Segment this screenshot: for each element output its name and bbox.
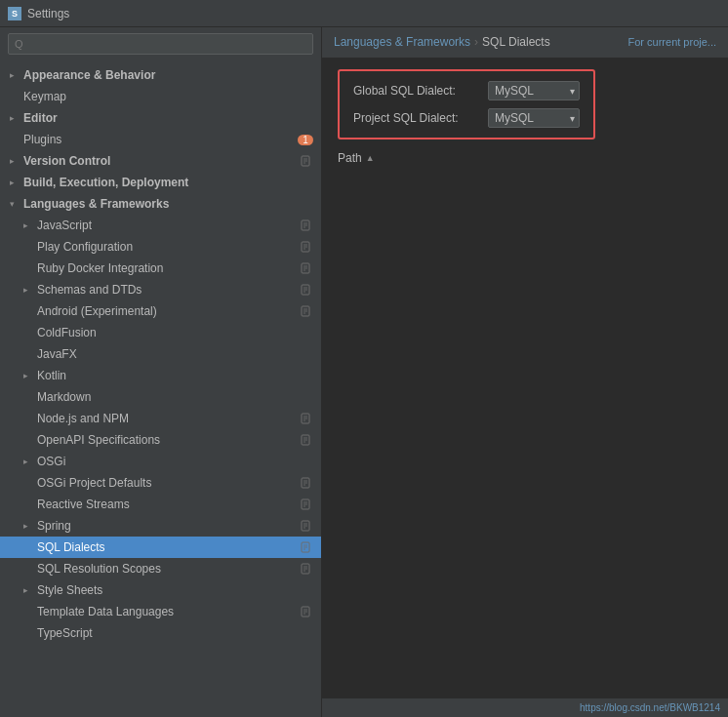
page-icon	[300, 240, 313, 254]
nav-item-label: Languages & Frameworks	[23, 197, 169, 211]
sidebar-item-android[interactable]: Android (Experimental)	[0, 300, 321, 322]
page-icon	[300, 304, 313, 318]
global-dialect-select[interactable]: MySQL PostgreSQL SQLite Oracle	[488, 81, 580, 100]
sidebar-item-nodejs-npm[interactable]: Node.js and NPM	[0, 408, 321, 429]
chevron-icon: ▸	[23, 371, 33, 380]
page-icon	[300, 498, 313, 511]
sidebar-item-sql-resolution[interactable]: SQL Resolution Scopes	[0, 558, 321, 579]
nav-item-label: ColdFusion	[37, 326, 97, 339]
sidebar-item-languages-frameworks[interactable]: ▾Languages & Frameworks	[0, 193, 321, 215]
page-icon	[300, 283, 313, 297]
breadcrumb-current: SQL Dialects	[482, 35, 550, 49]
project-dialect-label: Project SQL Dialect:	[353, 111, 480, 125]
nav-item-label: OSGi Project Defaults	[37, 476, 151, 490]
nav-item-label: Plugins	[23, 133, 61, 146]
nav-item-label: Markdown	[37, 390, 91, 404]
app-icon: S	[8, 7, 21, 20]
sidebar-item-osgi-project[interactable]: OSGi Project Defaults	[0, 472, 321, 494]
status-bar: https://blog.csdn.net/BKWB1214	[322, 697, 728, 717]
chevron-icon: ▾	[10, 199, 20, 209]
title-bar: S Settings	[0, 0, 728, 27]
sidebar-item-play-config[interactable]: Play Configuration	[0, 236, 321, 258]
nav-item-label: Editor	[23, 111, 58, 125]
nav-item-label: TypeScript	[37, 626, 93, 640]
nav-item-label: JavaScript	[37, 219, 92, 232]
dialect-box: Global SQL Dialect: MySQL PostgreSQL SQL…	[338, 69, 595, 139]
status-url: https://blog.csdn.net/BKWB1214	[580, 702, 720, 713]
nav-item-label: OSGi	[37, 455, 65, 468]
nav-item-label: SQL Dialects	[37, 540, 105, 554]
sidebar: Q ▸Appearance & BehaviorKeymap▸EditorPlu…	[0, 27, 322, 717]
global-dialect-row: Global SQL Dialect: MySQL PostgreSQL SQL…	[353, 81, 580, 100]
nav-item-label: Play Configuration	[37, 240, 133, 254]
nav-item-label: Style Sheets	[37, 583, 102, 597]
project-dialect-select-wrapper[interactable]: MySQL PostgreSQL SQLite Oracle	[488, 108, 580, 128]
chevron-icon: ▸	[23, 585, 33, 595]
sidebar-item-editor[interactable]: ▸Editor	[0, 107, 321, 129]
page-icon	[300, 605, 313, 618]
content-panel: Languages & Frameworks › SQL Dialects Fo…	[322, 27, 728, 717]
sidebar-item-markdown[interactable]: Markdown	[0, 386, 321, 408]
page-icon	[300, 540, 313, 554]
chevron-icon: ▸	[23, 457, 33, 466]
chevron-icon: ▸	[10, 156, 20, 166]
nav-item-label: Node.js and NPM	[37, 412, 129, 425]
sidebar-item-build-execution[interactable]: ▸Build, Execution, Deployment	[0, 172, 321, 193]
chevron-icon: ▸	[23, 521, 33, 531]
sidebar-item-appearance[interactable]: ▸Appearance & Behavior	[0, 64, 321, 86]
sidebar-item-openapi[interactable]: OpenAPI Specifications	[0, 429, 321, 451]
sidebar-item-sql-dialects[interactable]: SQL Dialects	[0, 537, 321, 558]
nav-item-label: Build, Execution, Deployment	[23, 176, 188, 189]
sidebar-item-spring[interactable]: ▸Spring	[0, 515, 321, 537]
badge: 1	[298, 135, 313, 145]
chevron-icon: ▸	[10, 178, 20, 187]
sidebar-item-ruby-docker[interactable]: Ruby Docker Integration	[0, 258, 321, 279]
nav-item-label: SQL Resolution Scopes	[37, 562, 161, 576]
project-dialect-row: Project SQL Dialect: MySQL PostgreSQL SQ…	[353, 108, 580, 128]
global-dialect-select-wrapper[interactable]: MySQL PostgreSQL SQLite Oracle	[488, 81, 580, 100]
nav-item-label: Appearance & Behavior	[23, 68, 155, 82]
project-dialect-select[interactable]: MySQL PostgreSQL SQLite Oracle	[488, 108, 580, 128]
sidebar-item-typescript[interactable]: TypeScript	[0, 622, 321, 644]
main-container: Q ▸Appearance & BehaviorKeymap▸EditorPlu…	[0, 27, 728, 717]
page-icon	[300, 261, 313, 275]
search-input[interactable]	[27, 37, 306, 51]
nav-list: ▸Appearance & BehaviorKeymap▸EditorPlugi…	[0, 60, 321, 717]
nav-item-label: JavaFX	[37, 347, 77, 361]
sidebar-item-style-sheets[interactable]: ▸Style Sheets	[0, 579, 321, 601]
page-icon	[300, 433, 313, 447]
sort-icon: ▲	[366, 153, 375, 163]
page-icon	[300, 476, 313, 490]
sidebar-item-keymap[interactable]: Keymap	[0, 86, 321, 107]
sidebar-item-template-data[interactable]: Template Data Languages	[0, 601, 321, 622]
sidebar-item-kotlin[interactable]: ▸Kotlin	[0, 365, 321, 386]
nav-item-label: Kotlin	[37, 369, 66, 382]
search-box[interactable]: Q	[8, 33, 313, 55]
for-project-link[interactable]: For current proje...	[628, 36, 716, 48]
page-icon	[300, 412, 313, 425]
nav-item-label: Ruby Docker Integration	[37, 261, 163, 275]
sidebar-item-reactive-streams[interactable]: Reactive Streams	[0, 494, 321, 515]
sidebar-item-schemas-dtds[interactable]: ▸Schemas and DTDs	[0, 279, 321, 300]
breadcrumb-parent[interactable]: Languages & Frameworks	[334, 35, 470, 49]
breadcrumb: Languages & Frameworks › SQL Dialects Fo…	[322, 27, 728, 58]
chevron-icon: ▸	[10, 113, 20, 123]
nav-item-label: Template Data Languages	[37, 605, 174, 618]
content-body: Global SQL Dialect: MySQL PostgreSQL SQL…	[322, 58, 728, 697]
chevron-icon: ▸	[23, 220, 33, 230]
sidebar-item-plugins[interactable]: Plugins1	[0, 129, 321, 150]
nav-item-label: Schemas and DTDs	[37, 283, 142, 297]
sidebar-item-javafx[interactable]: JavaFX	[0, 343, 321, 365]
sidebar-item-javascript[interactable]: ▸JavaScript	[0, 215, 321, 236]
page-icon	[300, 519, 313, 533]
title-bar-text: Settings	[27, 7, 69, 20]
path-label: Path ▲	[338, 151, 712, 165]
nav-item-label: Keymap	[23, 90, 66, 103]
nav-item-label: Spring	[37, 519, 71, 533]
sidebar-item-coldfusion[interactable]: ColdFusion	[0, 322, 321, 343]
page-icon	[300, 562, 313, 576]
chevron-icon: ▸	[10, 70, 20, 80]
page-icon	[300, 219, 313, 232]
sidebar-item-version-control[interactable]: ▸Version Control	[0, 150, 321, 172]
sidebar-item-osgi-parent[interactable]: ▸OSGi	[0, 451, 321, 472]
